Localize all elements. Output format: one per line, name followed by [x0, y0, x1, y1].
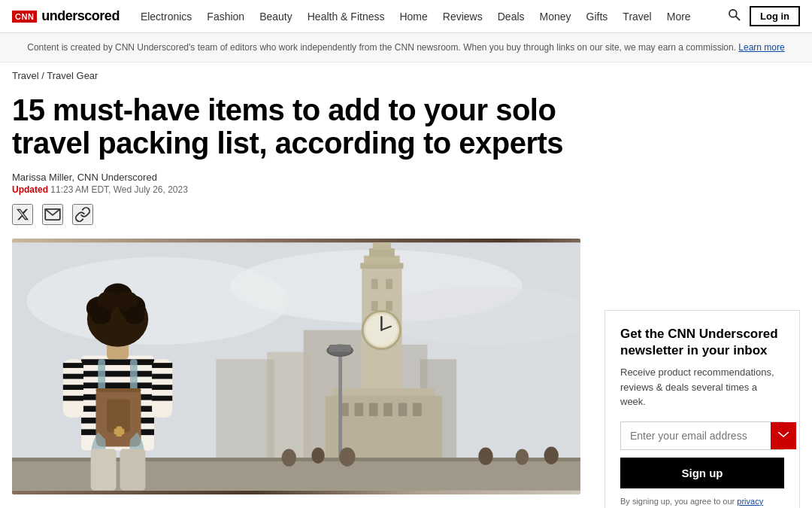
svg-rect-59: [152, 374, 172, 379]
main-content: 15 must-have items to add to your solo t…: [0, 84, 812, 508]
svg-rect-55: [63, 385, 83, 390]
svg-rect-74: [95, 388, 141, 392]
svg-rect-53: [63, 363, 83, 368]
nav-item-travel[interactable]: Travel: [617, 8, 657, 26]
article-hero-image: [12, 239, 580, 494]
newsletter-box: Get the CNN Underscored newsletter in yo…: [604, 310, 800, 508]
header-right: Log in: [724, 5, 800, 28]
svg-rect-35: [329, 345, 351, 352]
svg-rect-46: [81, 371, 154, 377]
nav-item-electronics[interactable]: Electronics: [135, 8, 198, 26]
login-button[interactable]: Log in: [750, 6, 800, 26]
email-input[interactable]: [621, 422, 771, 449]
learn-more-link[interactable]: Learn more: [738, 42, 784, 53]
terms-text: By signing up, you agree to our privacy …: [620, 496, 784, 508]
svg-point-41: [478, 448, 492, 465]
svg-point-38: [282, 449, 296, 467]
svg-point-69: [91, 307, 111, 324]
svg-rect-30: [383, 403, 392, 415]
svg-rect-79: [120, 449, 145, 491]
search-button[interactable]: [724, 5, 744, 28]
nav-item-fashion[interactable]: Fashion: [201, 8, 250, 26]
twitter-share-button[interactable]: [12, 204, 33, 225]
svg-point-43: [544, 447, 559, 464]
svg-point-70: [124, 307, 144, 324]
svg-line-1: [736, 17, 740, 20]
svg-rect-58: [152, 363, 172, 368]
svg-rect-32: [413, 403, 422, 415]
nav-item-money[interactable]: Money: [534, 8, 577, 26]
nav-item-health-fitness[interactable]: Health & Fitness: [301, 8, 391, 26]
svg-rect-19: [371, 301, 378, 312]
nav-item-more[interactable]: More: [661, 8, 697, 26]
disclaimer-bar: Content is created by CNN Underscored's …: [0, 33, 812, 62]
date-text: 11:23 AM EDT, Wed July 26, 2023: [50, 184, 188, 195]
terms-prefix: By signing up, you agree to our: [620, 497, 735, 506]
signup-button[interactable]: Sign up: [620, 458, 784, 488]
svg-rect-29: [369, 403, 378, 415]
disclaimer-text: Content is created by CNN Underscored's …: [27, 42, 736, 53]
nav-item-gifts[interactable]: Gifts: [580, 8, 614, 26]
svg-rect-60: [152, 385, 172, 390]
svg-rect-77: [117, 426, 123, 437]
article-date: Updated 11:23 AM EDT, Wed July 26, 2023: [12, 184, 580, 195]
brand-name: underscored: [41, 8, 120, 24]
site-header: CNN underscored ElectronicsFashionBeauty…: [0, 0, 812, 33]
svg-point-40: [339, 448, 355, 467]
svg-rect-61: [152, 396, 172, 401]
nav-item-beauty[interactable]: Beauty: [253, 8, 298, 26]
nav-item-home[interactable]: Home: [393, 8, 433, 26]
svg-rect-45: [81, 359, 154, 365]
article-title: 15 must-have items to add to your solo t…: [12, 93, 580, 160]
cnn-logo: CNN: [12, 11, 37, 23]
main-nav: ElectronicsFashionBeautyHealth & Fitness…: [135, 8, 724, 26]
copy-link-button[interactable]: [72, 204, 93, 225]
email-input-row: [620, 421, 784, 450]
nav-item-reviews[interactable]: Reviews: [437, 8, 489, 26]
updated-label: Updated: [12, 184, 48, 195]
logo-area: CNN underscored: [12, 8, 120, 24]
svg-rect-31: [398, 403, 408, 415]
breadcrumb-travel-gear[interactable]: Travel Gear: [47, 70, 98, 81]
author-name: Marissa Miller, CNN Underscored: [12, 172, 580, 183]
svg-point-39: [311, 448, 324, 464]
newsletter-title: Get the CNN Underscored newsletter in yo…: [620, 326, 784, 359]
breadcrumb-travel[interactable]: Travel: [12, 70, 39, 81]
breadcrumb: Travel / Travel Gear: [0, 62, 812, 84]
email-share-button[interactable]: [42, 204, 63, 225]
svg-rect-16: [373, 242, 391, 250]
article-meta: Marissa Miller, CNN Underscored Updated …: [12, 172, 580, 195]
nav-item-deals[interactable]: Deals: [492, 8, 531, 26]
email-input-icon: [771, 422, 796, 449]
social-icons-row: [12, 204, 580, 225]
newsletter-description: Receive product recommendations, reviews…: [620, 365, 784, 409]
svg-rect-78: [91, 449, 117, 491]
svg-rect-17: [371, 279, 378, 290]
svg-rect-28: [355, 403, 364, 415]
sidebar: Get the CNN Underscored newsletter in yo…: [604, 84, 800, 508]
svg-point-42: [516, 449, 529, 465]
article-body: 15 must-have items to add to your solo t…: [12, 84, 580, 508]
svg-rect-47: [81, 382, 154, 388]
svg-rect-20: [386, 301, 392, 312]
svg-rect-56: [63, 396, 83, 401]
svg-rect-54: [63, 374, 83, 379]
svg-rect-18: [386, 279, 392, 290]
